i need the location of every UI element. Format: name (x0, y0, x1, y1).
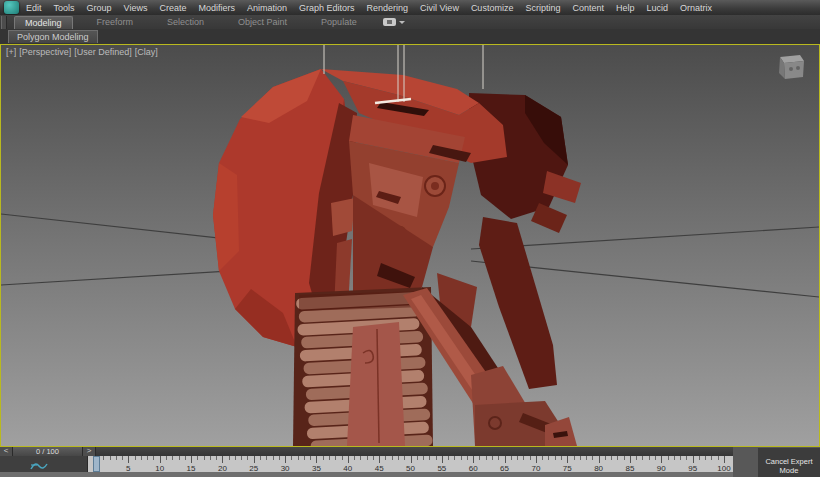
perspective-viewport[interactable]: [+] [Perspective] [User Defined] [Clay] (0, 44, 820, 447)
ruler-tick (617, 456, 618, 460)
ruler-tick (310, 456, 311, 460)
ruler-tick (103, 456, 104, 460)
ruler-tick (147, 456, 148, 460)
ribbon-tab-freeform[interactable]: Freeform (87, 16, 144, 28)
menu-lucid[interactable]: Lucid (646, 3, 668, 13)
time-slider-bar[interactable]: < 0 / 100 > (0, 447, 733, 456)
ruler-tick (172, 456, 173, 460)
prev-frame-button[interactable]: < (0, 447, 13, 456)
menu-bar: EditToolsGroupViewsCreateModifiersAnimat… (0, 0, 820, 15)
ruler-tick (241, 456, 242, 460)
current-frame-handle[interactable] (93, 456, 100, 472)
3ds-max-window: EditToolsGroupViewsCreateModifiersAnimat… (0, 0, 820, 477)
ruler-tick (536, 456, 537, 463)
ribbon-extra-tools (383, 18, 405, 26)
menu-customize[interactable]: Customize (471, 3, 514, 13)
menu-create[interactable]: Create (159, 3, 186, 13)
ruler-tick (235, 456, 236, 460)
ruler-tick (153, 456, 154, 460)
cancel-expert-mode-button[interactable]: Cancel Expert Mode (758, 448, 820, 477)
ruler-tick (599, 456, 600, 463)
ruler-tick (567, 456, 568, 463)
menu-modifiers[interactable]: Modifiers (198, 3, 235, 13)
menu-scripting[interactable]: Scripting (525, 3, 560, 13)
ruler-tick (128, 456, 129, 463)
ruler-tick (404, 456, 405, 460)
ruler-tick (392, 456, 393, 460)
screencast-icon[interactable] (383, 18, 396, 26)
menu-group[interactable]: Group (87, 3, 112, 13)
menu-edit[interactable]: Edit (26, 3, 42, 13)
ruler-tick (686, 456, 687, 460)
viewport-menu-user[interactable]: [User Defined] (74, 47, 132, 57)
ruler-tick (492, 456, 493, 460)
ribbon-panel-row: Polygon Modeling (0, 29, 820, 44)
ribbon-tab-modeling[interactable]: Modeling (14, 16, 73, 29)
menu-rendering[interactable]: Rendering (367, 3, 409, 13)
ruler-tick (693, 456, 694, 463)
ribbon-tab-row: ModelingFreeformSelectionObject PaintPop… (0, 15, 820, 29)
ruler-tick (373, 456, 374, 460)
next-frame-button[interactable]: > (83, 447, 96, 456)
ruler-tick (674, 456, 675, 460)
viewport-label: [+] [Perspective] [User Defined] [Clay] (6, 47, 158, 57)
ruler-tick (335, 456, 336, 460)
ribbon-tab-selection[interactable]: Selection (157, 16, 214, 28)
ruler-tick (291, 456, 292, 460)
time-slider-handle[interactable]: 0 / 100 (13, 447, 83, 456)
ruler-tick (116, 456, 117, 460)
ruler-tick (479, 456, 480, 460)
menu-graph-editors[interactable]: Graph Editors (299, 3, 355, 13)
ruler-tick (461, 456, 462, 460)
ruler-tick (611, 456, 612, 460)
ruler-tick (523, 456, 524, 460)
menu-civil-view[interactable]: Civil View (420, 3, 459, 13)
ruler-tick (511, 456, 512, 460)
menu-tools[interactable]: Tools (54, 3, 75, 13)
ruler-tick (561, 456, 562, 460)
ruler-tick (574, 456, 575, 460)
ruler-tick (454, 456, 455, 460)
viewcube-icon[interactable] (779, 55, 804, 79)
ruler-tick (555, 456, 556, 460)
ruler-tick (222, 456, 223, 463)
viewport-menu-general[interactable]: [+] (6, 47, 16, 57)
ribbon-tab-populate[interactable]: Populate (311, 16, 367, 28)
tab-polygon-modeling[interactable]: Polygon Modeling (8, 30, 98, 43)
ruler-tick (260, 456, 261, 460)
viewport-menu-shading[interactable]: [Clay] (135, 47, 158, 57)
ruler-tick (329, 456, 330, 460)
menu-ornatrix[interactable]: Ornatrix (680, 3, 712, 13)
ruler-tick (530, 456, 531, 460)
ribbon-tab-object-paint[interactable]: Object Paint (228, 16, 297, 28)
viewport-menu-view[interactable]: [Perspective] (19, 47, 71, 57)
ruler-tick (122, 456, 123, 460)
viewport-canvas[interactable] (1, 45, 819, 446)
chevron-down-icon[interactable] (399, 21, 405, 24)
menu-help[interactable]: Help (616, 3, 635, 13)
ruler-tick (254, 456, 255, 463)
ruler-tick (210, 456, 211, 460)
ruler-tick (166, 456, 167, 460)
ruler-tick (247, 456, 248, 460)
ruler-tick (442, 456, 443, 463)
ruler-tick (179, 456, 180, 460)
ruler-tick (668, 456, 669, 460)
menu-content[interactable]: Content (572, 3, 604, 13)
menu-views[interactable]: Views (124, 3, 148, 13)
ribbon-tabs: ModelingFreeformSelectionObject PaintPop… (0, 16, 367, 29)
ruler-tick (316, 456, 317, 463)
ruler-tick (624, 456, 625, 460)
ruler-tick (605, 456, 606, 460)
model-throat-plate[interactable] (347, 322, 405, 446)
ruler-tick (580, 456, 581, 460)
ruler-tick (423, 456, 424, 460)
ruler-tick (680, 456, 681, 460)
ruler-tick (498, 456, 499, 460)
ruler-tick (273, 456, 274, 460)
app-logo-icon[interactable] (4, 1, 19, 14)
menu-animation[interactable]: Animation (247, 3, 287, 13)
ruler-tick (348, 456, 349, 463)
ruler-tick (661, 456, 662, 463)
ruler-tick (304, 456, 305, 460)
